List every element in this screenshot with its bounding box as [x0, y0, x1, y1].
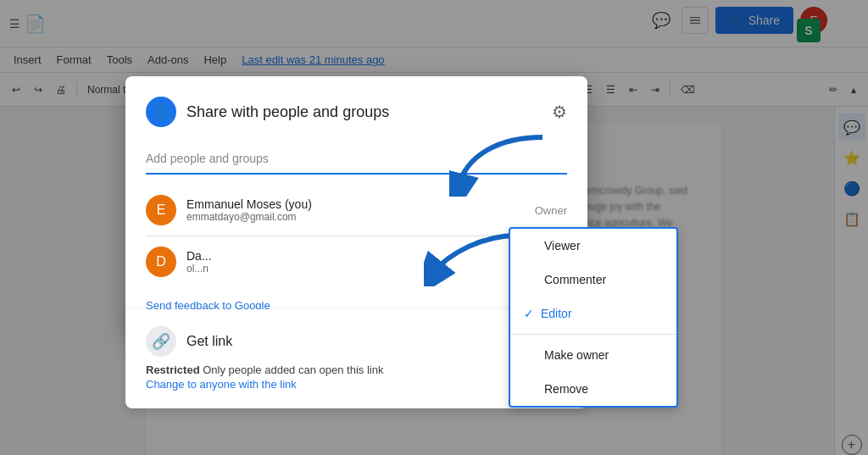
get-link-rest: Only people added can open this link: [203, 363, 383, 376]
person-divider: [146, 236, 567, 236]
share-gear-icon[interactable]: ⚙: [552, 102, 567, 122]
dropdown-item-make-owner[interactable]: Make owner: [510, 338, 676, 372]
people-list: E Emmanuel Moses (you) emmatdayo@gmail.c…: [146, 188, 567, 284]
person-avatar-d: D: [146, 247, 176, 277]
share-dialog-title-text: Share with people and groups: [186, 103, 389, 121]
person-email: emmatdayo@gmail.com: [186, 211, 525, 223]
dropdown-item-remove[interactable]: Remove: [510, 372, 676, 406]
person-avatar-emmanuel: E: [146, 195, 176, 225]
share-title-icon: 👤: [146, 97, 176, 127]
get-link-desc: Restricted Only people added can open th…: [146, 363, 567, 376]
add-people-input[interactable]: [146, 152, 567, 165]
person-info-d: Da... ol...n: [186, 249, 505, 275]
role-dropdown-menu: Viewer Commenter ✓ Editor Make owner Rem…: [509, 227, 678, 408]
person-initial-d: D: [156, 254, 166, 269]
person-role-owner: Owner: [535, 204, 567, 217]
person-name: Emmanuel Moses (you): [186, 197, 525, 211]
person-initial: E: [157, 203, 166, 218]
dropdown-item-commenter[interactable]: Commenter: [510, 263, 676, 297]
dropdown-remove-label: Remove: [544, 382, 588, 396]
get-link-change-link[interactable]: Change to anyone with the link: [146, 378, 297, 391]
dropdown-editor-label: Editor: [541, 307, 572, 320]
share-dialog-header: 👤 Share with people and groups ⚙: [146, 97, 567, 127]
person-row: E Emmanuel Moses (you) emmatdayo@gmail.c…: [146, 188, 567, 232]
dropdown-commenter-label: Commenter: [544, 273, 606, 286]
share-dialog-title: 👤 Share with people and groups: [146, 97, 389, 127]
person-name-d: Da...: [186, 249, 505, 263]
get-link-header: 🔗 Get link: [146, 326, 567, 357]
dropdown-viewer-label: Viewer: [544, 239, 581, 252]
person-row-2: D Da... ol...n Editor ▾: [146, 240, 567, 284]
person-info-emmanuel: Emmanuel Moses (you) emmatdayo@gmail.com: [186, 197, 525, 223]
get-link-restricted: Restricted: [146, 363, 200, 376]
get-link-icon: 🔗: [146, 326, 176, 357]
dropdown-item-viewer[interactable]: Viewer: [510, 229, 676, 263]
editor-check-icon: ✓: [524, 307, 534, 320]
add-people-container: [146, 144, 567, 175]
get-link-title: Get link: [186, 334, 232, 349]
person-email-d: ol...n: [186, 263, 505, 275]
dropdown-divider: [510, 334, 676, 335]
dropdown-item-editor[interactable]: ✓ Editor: [510, 297, 676, 330]
dropdown-make-owner-label: Make owner: [544, 348, 609, 362]
